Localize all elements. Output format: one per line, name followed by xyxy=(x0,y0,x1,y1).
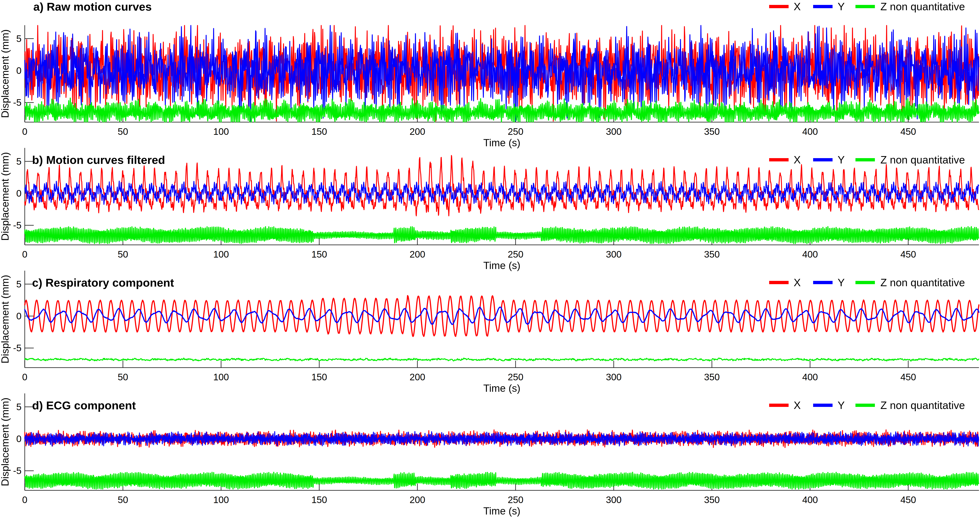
series-line-z xyxy=(25,98,979,122)
x-tick-label: 300 xyxy=(606,126,622,137)
legend-label-x: X xyxy=(794,277,801,288)
panel-a: 05010015020025030035040045050-5a) Raw mo… xyxy=(0,0,979,149)
x-tick-label: 250 xyxy=(508,494,523,505)
x-tick-label: 50 xyxy=(118,126,128,137)
x-tick-label: 400 xyxy=(802,249,818,260)
legend-label-y: Y xyxy=(838,154,845,166)
x-tick-label: 350 xyxy=(704,372,720,382)
x-tick-label: 300 xyxy=(606,249,622,260)
legend-label-y: Y xyxy=(838,277,845,288)
legend-label-z: Z non quantitative xyxy=(880,154,965,166)
panel-title: b) Motion curves filtered xyxy=(32,153,165,166)
x-tick-label: 200 xyxy=(410,372,425,382)
x-tick-label: 100 xyxy=(213,372,229,382)
x-axis-label: Time (s) xyxy=(483,137,520,148)
y-tick-label: 5 xyxy=(16,401,21,412)
x-tick-label: 250 xyxy=(508,372,523,382)
y-tick-label: -5 xyxy=(13,465,21,476)
x-tick-label: 350 xyxy=(704,249,720,260)
y-axis-label: Displacement (mm) xyxy=(0,275,11,363)
x-tick-label: 200 xyxy=(410,126,425,137)
y-axis-label: Displacement (mm) xyxy=(0,398,11,486)
x-tick-label: 450 xyxy=(900,494,916,505)
legend-label-x: X xyxy=(794,399,801,411)
x-tick-label: 450 xyxy=(900,372,916,382)
x-tick-label: 200 xyxy=(410,494,425,505)
x-tick-label: 350 xyxy=(704,126,720,137)
y-tick-label: 0 xyxy=(16,433,21,444)
x-tick-label: 0 xyxy=(22,249,27,260)
x-tick-label: 450 xyxy=(900,249,916,260)
x-tick-label: 400 xyxy=(802,372,818,382)
x-tick-label: 0 xyxy=(22,494,27,505)
x-tick-label: 50 xyxy=(118,249,128,260)
x-tick-label: 50 xyxy=(118,494,128,505)
legend-label-x: X xyxy=(794,154,801,166)
legend-label-z: Z non quantitative xyxy=(880,399,965,411)
series-line-x xyxy=(25,296,979,336)
x-tick-label: 350 xyxy=(704,494,720,505)
x-tick-label: 150 xyxy=(312,249,327,260)
y-tick-label: -5 xyxy=(13,343,21,353)
y-tick-label: 0 xyxy=(16,65,21,76)
panel-d: 05010015020025030035040045050-5d) ECG co… xyxy=(0,393,979,517)
x-tick-label: 300 xyxy=(606,494,622,505)
x-tick-label: 400 xyxy=(802,126,818,137)
panel-b: 05010015020025030035040045050-5b) Motion… xyxy=(0,148,979,271)
panel-c: 05010015020025030035040045050-5c) Respir… xyxy=(0,271,979,394)
x-tick-label: 50 xyxy=(118,372,128,382)
y-axis-label: Displacement (mm) xyxy=(0,152,11,240)
series-line-z xyxy=(25,472,978,489)
y-tick-label: -5 xyxy=(13,220,21,231)
legend-label-y: Y xyxy=(838,1,845,13)
x-axis-label: Time (s) xyxy=(483,260,520,271)
y-tick-label: 0 xyxy=(16,311,21,322)
x-tick-label: 0 xyxy=(22,372,27,382)
series-line-z xyxy=(25,227,978,244)
panel-title: a) Raw motion curves xyxy=(33,0,152,13)
y-tick-label: 5 xyxy=(16,156,21,167)
x-axis-label: Time (s) xyxy=(483,382,520,394)
x-tick-label: 100 xyxy=(213,126,229,137)
figure-root: 05010015020025030035040045050-5a) Raw mo… xyxy=(0,0,980,519)
x-tick-label: 0 xyxy=(22,126,27,137)
series-line-z xyxy=(25,358,979,361)
legend-label-y: Y xyxy=(838,399,845,411)
x-tick-label: 100 xyxy=(213,249,229,260)
y-tick-label: 0 xyxy=(16,188,21,199)
x-tick-label: 200 xyxy=(410,249,425,260)
panel-title: c) Respiratory component xyxy=(32,276,174,289)
y-tick-label: 5 xyxy=(16,33,21,44)
legend: XYZ non quantitative xyxy=(769,277,965,288)
legend-label-z: Z non quantitative xyxy=(880,1,965,13)
x-tick-label: 400 xyxy=(802,494,818,505)
panel-title: d) ECG component xyxy=(32,399,136,412)
x-tick-label: 150 xyxy=(312,494,327,505)
series-line-y xyxy=(25,307,979,325)
legend: XYZ non quantitative xyxy=(769,1,965,13)
x-tick-label: 450 xyxy=(900,126,916,137)
x-tick-label: 300 xyxy=(606,372,622,382)
x-tick-label: 250 xyxy=(508,126,523,137)
legend-label-z: Z non quantitative xyxy=(880,277,965,288)
x-tick-label: 150 xyxy=(312,126,327,137)
legend-label-x: X xyxy=(794,1,801,13)
x-tick-label: 100 xyxy=(213,494,229,505)
legend: XYZ non quantitative xyxy=(769,399,965,411)
y-axis-label: Displacement (mm) xyxy=(0,29,11,118)
legend: XYZ non quantitative xyxy=(769,154,965,166)
y-tick-label: -5 xyxy=(13,97,21,108)
y-tick-label: 5 xyxy=(16,279,21,290)
x-tick-label: 250 xyxy=(508,249,523,260)
x-tick-label: 150 xyxy=(312,372,327,382)
x-axis-label: Time (s) xyxy=(483,505,520,517)
motion-curves-figure: 05010015020025030035040045050-5a) Raw mo… xyxy=(0,0,980,519)
